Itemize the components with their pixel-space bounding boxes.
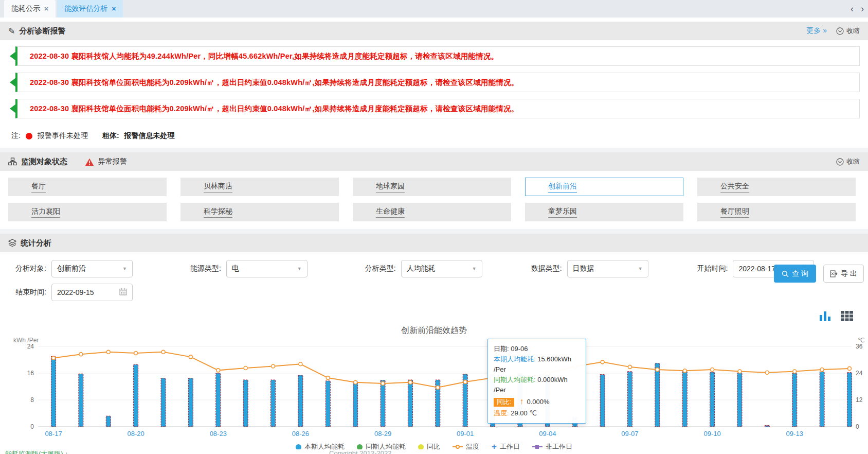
tooltip-yoy-row: 同比:↑0.000% (494, 396, 580, 407)
bar-本期人均能耗[interactable] (600, 375, 605, 427)
query-button[interactable]: 查 询 (774, 265, 816, 283)
object-button-vitality-xiangyang[interactable]: 活力襄阳 (8, 203, 167, 221)
point-温度[interactable] (272, 364, 275, 368)
point-温度[interactable] (189, 355, 192, 359)
bar-本期人均能耗[interactable] (737, 373, 742, 427)
point-温度[interactable] (326, 376, 330, 380)
close-icon[interactable]: × (112, 5, 116, 13)
pencil-icon: ✎ (8, 26, 15, 36)
bar-本期人均能耗[interactable] (271, 380, 276, 427)
bar-本期人均能耗[interactable] (79, 374, 83, 427)
point-温度[interactable] (79, 353, 83, 356)
point-温度[interactable] (161, 350, 165, 354)
bar-本期人均能耗[interactable] (408, 380, 412, 427)
bar-本期人均能耗[interactable] (655, 363, 660, 427)
object-button-earth-home[interactable]: 地球家园 (353, 178, 511, 196)
end-date-input[interactable]: 2022-09-15 (51, 284, 133, 301)
point-温度[interactable] (436, 386, 440, 389)
filter-label: 分析对象: (15, 264, 46, 273)
data-type-select[interactable]: 日数据 ▼ (567, 260, 648, 277)
alert-text: 2022-08-30 襄阳科技馆单位面积电能耗为0.209kWh/㎡，超出日约束… (30, 104, 518, 114)
section-title: 分析诊断报警 (19, 26, 65, 36)
export-button[interactable]: 导 出 (823, 265, 864, 283)
bar-本期人均能耗[interactable] (216, 373, 221, 427)
point-温度[interactable] (354, 380, 357, 384)
chart-type-table-button[interactable] (840, 310, 854, 324)
bar-本期人均能耗[interactable] (847, 373, 852, 427)
point-温度[interactable] (628, 365, 631, 369)
chevron-left-icon[interactable]: ‹ (851, 4, 854, 14)
object-button-innovation-frontier[interactable]: 创新前沿 (525, 178, 683, 196)
point-温度[interactable] (408, 380, 412, 384)
bar-本期人均能耗[interactable] (106, 416, 111, 427)
close-icon[interactable]: × (44, 5, 48, 13)
chevron-right-icon[interactable]: › (861, 4, 864, 14)
line-温度[interactable] (53, 352, 849, 388)
chart-type-bar-button[interactable] (819, 310, 832, 324)
analysis-type-select[interactable]: 人均能耗 ▼ (401, 260, 482, 277)
right-axis-tick: 36 (856, 343, 863, 350)
point-温度[interactable] (244, 366, 247, 370)
point-温度[interactable] (820, 368, 824, 372)
point-温度[interactable] (134, 352, 138, 355)
bar-本期人均能耗[interactable] (710, 372, 715, 427)
object-button-canteen-lighting[interactable]: 餐厅照明 (697, 203, 856, 221)
bar-本期人均能耗[interactable] (627, 372, 632, 427)
object-button-beilin-shop[interactable]: 贝林商店 (180, 178, 339, 196)
bar-本期人均能耗[interactable] (161, 378, 166, 427)
bar-本期人均能耗[interactable] (51, 357, 56, 427)
point-温度[interactable] (848, 366, 852, 370)
bar-本期人均能耗[interactable] (353, 381, 358, 427)
tab-efficiency-analysis[interactable]: 能效评估分析 × (57, 0, 123, 18)
object-button-canteen[interactable]: 餐厅 (8, 178, 167, 196)
bar-本期人均能耗[interactable] (134, 364, 138, 427)
analysis-object-select[interactable]: 创新前沿 ▼ (51, 260, 133, 277)
x-axis-label: 08-20 (128, 430, 144, 438)
alert-item[interactable]: 2022-08-30 襄阳科技馆单位面积电能耗为0.209kWh/㎡，超出日约束… (15, 99, 860, 118)
point-温度[interactable] (106, 350, 110, 354)
tab-label: 能效评估分析 (64, 4, 107, 13)
more-link[interactable]: 更多 » (806, 26, 827, 36)
bar-本期人均能耗[interactable] (326, 381, 330, 427)
point-温度[interactable] (52, 356, 56, 360)
x-axis-label: 09-07 (621, 430, 638, 438)
note-bold-term: 粗体: (102, 131, 119, 141)
point-温度[interactable] (299, 362, 302, 366)
x-axis-label: 08-26 (292, 430, 309, 438)
bar-本期人均能耗[interactable] (298, 375, 303, 427)
abnormal-alarm-label[interactable]: 异常报警 (98, 157, 127, 166)
energy-trend-chart[interactable]: 081624kWh /Per℃012243608-1708-2008-2308-… (0, 336, 868, 439)
bar-本期人均能耗[interactable] (682, 371, 687, 427)
object-button-life-health[interactable]: 生命健康 (353, 203, 511, 221)
point-温度[interactable] (793, 370, 797, 373)
alert-item[interactable]: 2022-08-30 襄阳科技馆人均能耗为49.244kWh/Per，同比增幅4… (15, 46, 860, 66)
point-温度[interactable] (216, 369, 220, 372)
bar-本期人均能耗[interactable] (381, 380, 385, 427)
select-value: 电 (232, 264, 239, 273)
point-温度[interactable] (738, 370, 742, 373)
object-button-public-safety[interactable]: 公共安全 (697, 178, 856, 196)
energy-type-select[interactable]: 电 ▼ (226, 260, 308, 277)
point-温度[interactable] (765, 371, 769, 374)
object-button-science-exploration[interactable]: 科学探秘 (180, 203, 339, 221)
section-title: 统计分析 (21, 238, 51, 248)
collapse-button[interactable]: 收缩 (836, 157, 860, 166)
alert-item[interactable]: 2022-08-30 襄阳科技馆单位面积电能耗为0.209kWh/㎡，超出日约束… (15, 73, 860, 92)
point-温度[interactable] (683, 369, 686, 373)
bar-本期人均能耗[interactable] (792, 373, 797, 427)
bar-本期人均能耗[interactable] (820, 372, 824, 427)
bar-本期人均能耗[interactable] (188, 378, 193, 427)
bar-本期人均能耗[interactable] (243, 380, 248, 427)
point-温度[interactable] (463, 380, 467, 383)
alert-note: 注: 报警事件未处理 粗体: 报警信息未处理 (0, 127, 868, 148)
bar-本期人均能耗[interactable] (765, 425, 769, 427)
object-button-kids-paradise[interactable]: 童梦乐园 (525, 203, 683, 221)
stats-body: 分析对象: 创新前沿 ▼ 能源类型: 电 ▼ 分析类型: (0, 252, 868, 451)
point-温度[interactable] (381, 381, 385, 385)
point-温度[interactable] (656, 368, 659, 372)
tab-energy-disclosure[interactable]: 能耗公示 × (4, 0, 56, 18)
left-axis-tick: 8 (30, 396, 34, 404)
point-温度[interactable] (711, 368, 714, 372)
point-温度[interactable] (601, 360, 604, 364)
collapse-button[interactable]: 收缩 (836, 26, 860, 36)
